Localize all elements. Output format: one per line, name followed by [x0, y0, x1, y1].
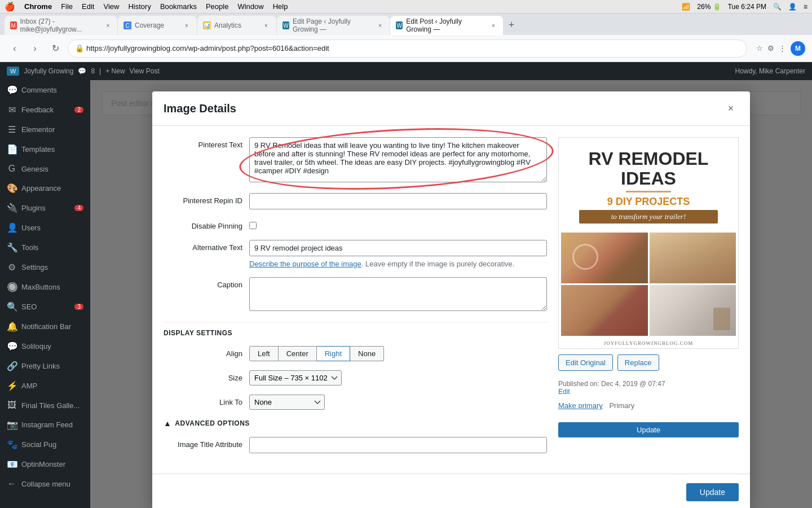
comments-count: 8	[91, 67, 95, 75]
replace-button[interactable]: Replace	[617, 354, 659, 371]
right-update-button[interactable]: Update	[558, 422, 739, 437]
menu-history[interactable]: History	[128, 2, 151, 11]
user-icon[interactable]: 👤	[788, 3, 797, 11]
sidebar-item-optinmonster[interactable]: 📧 OptinMonster	[0, 454, 90, 474]
control-center-icon[interactable]: ≡	[804, 3, 807, 11]
tab-analytics-close[interactable]: ×	[262, 21, 271, 30]
describe-purpose-link[interactable]: Describe the purpose of the image	[249, 260, 361, 268]
sidebar-item-pretty-links[interactable]: 🔗 Pretty Links	[0, 356, 90, 376]
pinterest-repin-id-label: Pinterest Repin ID	[164, 193, 242, 205]
sidebar-item-social-pug[interactable]: 🐾 Social Pug	[0, 435, 90, 454]
sidebar-settings-label: Settings	[21, 263, 48, 271]
comments-icon[interactable]: 💬	[78, 67, 86, 75]
address-icons: ☆ ⚙ ⋮	[756, 44, 786, 52]
sidebar-item-plugins[interactable]: 🔌 Plugins 4	[0, 198, 90, 218]
make-primary-link[interactable]: Make primary	[558, 401, 603, 410]
sidebar-item-instagram[interactable]: 📷 Instagram Feed	[0, 415, 90, 435]
new-tab-button[interactable]: +	[504, 17, 519, 33]
back-button[interactable]: ‹	[7, 41, 23, 56]
elementor-sidebar-icon: ☰	[7, 124, 17, 135]
sidebar-optinmonster-label: OptinMonster	[21, 460, 65, 468]
bookmark-icon[interactable]: ☆	[756, 44, 763, 52]
tab-coverage[interactable]: C Coverage ×	[118, 16, 197, 35]
disable-pinning-checkbox[interactable]	[249, 222, 257, 229]
advanced-options-toggle[interactable]: ▲ ADVANCED OPTIONS	[164, 419, 547, 428]
tab-edit-post-close[interactable]: ×	[489, 21, 497, 30]
edit-published-link[interactable]: Edit	[558, 388, 570, 396]
tab-edit-page[interactable]: W Edit Page ‹ Joyfully Growing — ×	[277, 16, 390, 35]
wp-logo: W	[7, 67, 19, 76]
sidebar-item-soliloquy[interactable]: 💬 Soliloquy	[0, 336, 90, 356]
sidebar-item-appearance[interactable]: 🎨 Appearance	[0, 178, 90, 198]
modal-close-button[interactable]: ×	[723, 100, 739, 116]
menu-people[interactable]: People	[206, 2, 228, 11]
address-input[interactable]: 🔒 https://joyfullygrowingblog.com/wp-adm…	[68, 40, 747, 58]
align-right-button[interactable]: Right	[317, 346, 350, 361]
link-to-select[interactable]: NoneMedia FileAttachment PageCustom URL	[249, 395, 325, 410]
advanced-options-section: ▲ ADVANCED OPTIONS Image Title Attribute	[164, 419, 547, 453]
menu-window[interactable]: Window	[237, 2, 263, 11]
sidebar-item-maxbuttons[interactable]: 🔘 MaxButtons	[0, 277, 90, 297]
chrome-profile-button[interactable]: M	[791, 41, 805, 56]
menu-chrome[interactable]: Chrome	[24, 2, 52, 11]
battery-status: 26% 🔋	[697, 3, 721, 11]
align-none-button[interactable]: None	[350, 346, 384, 361]
menu-file[interactable]: File	[61, 2, 73, 11]
caption-input[interactable]	[249, 277, 547, 311]
site-name[interactable]: Joyfully Growing	[24, 67, 73, 75]
appearance-sidebar-icon: 🎨	[7, 183, 17, 194]
new-post-link[interactable]: + New	[105, 67, 125, 75]
forward-button[interactable]: ›	[27, 41, 43, 56]
sidebar-item-comments[interactable]: 💬 Comments	[0, 80, 90, 100]
tab-edit-page-close[interactable]: ×	[376, 21, 384, 30]
align-left-button[interactable]: Left	[249, 346, 279, 361]
caption-row: Caption	[164, 277, 547, 313]
size-select[interactable]: Full Size – 735 × 1102LargeMediumThumbna…	[249, 370, 342, 386]
sidebar-item-genesis[interactable]: G Genesis	[0, 159, 90, 178]
align-wrapper: Left Center Right None	[249, 346, 547, 361]
tab-bar: M Inbox (27) - mike@joyfullygrow... × C …	[0, 14, 812, 35]
menu-icon[interactable]: ⋮	[779, 44, 786, 52]
pinterest-text-input[interactable]: 9 RV Remodel ideas that will leave you w…	[249, 137, 547, 182]
alt-text-description: Describe the purpose of the image. Leave…	[249, 260, 547, 268]
sidebar-item-templates[interactable]: 📄 Templates	[0, 139, 90, 159]
reload-button[interactable]: ↻	[47, 41, 63, 56]
sidebar-item-settings[interactable]: ⚙ Settings	[0, 257, 90, 277]
size-wrapper: Full Size – 735 × 1102LargeMediumThumbna…	[249, 370, 547, 386]
modal-title: Image Details	[164, 102, 236, 115]
sidebar-item-users[interactable]: 👤 Users	[0, 218, 90, 238]
tab-analytics[interactable]: 📊 Analytics ×	[197, 16, 276, 35]
tab-coverage-close[interactable]: ×	[182, 21, 191, 30]
tab-gmail[interactable]: M Inbox (27) - mike@joyfullygrow... ×	[5, 16, 117, 35]
sidebar-item-final-tiles[interactable]: 🖼 Final Tiles Galle...	[0, 396, 90, 415]
view-post-link[interactable]: View Post	[130, 67, 160, 75]
wp-main: 💬 Comments ✉ Feedback 2 ☰ Elementor 📄 Te…	[0, 80, 812, 508]
coverage-favicon: C	[123, 21, 131, 29]
menu-view[interactable]: View	[103, 2, 119, 11]
sidebar-item-elementor[interactable]: ☰ Elementor	[0, 120, 90, 139]
sidebar-item-seo[interactable]: 🔍 SEO 3	[0, 297, 90, 317]
extension-icon[interactable]: ⚙	[767, 44, 774, 52]
edit-original-button[interactable]: Edit Original	[558, 354, 613, 371]
describe-note: . Leave empty if the image is purely dec…	[361, 260, 515, 268]
link-to-wrapper: NoneMedia FileAttachment PageCustom URL	[249, 395, 547, 410]
update-button[interactable]: Update	[686, 483, 739, 501]
sidebar-item-feedback[interactable]: ✉ Feedback 2	[0, 100, 90, 120]
menu-edit[interactable]: Edit	[82, 2, 94, 11]
sidebar-elementor-label: Elementor	[21, 125, 55, 134]
sidebar-item-tools[interactable]: 🔧 Tools	[0, 238, 90, 257]
tab-edit-post[interactable]: W Edit Post ‹ Joyfully Growing — ×	[390, 16, 503, 35]
spotlight-icon[interactable]: 🔍	[773, 3, 782, 11]
menu-bookmarks[interactable]: Bookmarks	[160, 2, 197, 11]
sidebar-seo-label: SEO	[21, 303, 37, 311]
title-attribute-input[interactable]	[249, 437, 547, 453]
sidebar-item-amp[interactable]: ⚡ AMP	[0, 376, 90, 396]
alt-text-input[interactable]: 9 RV remodel project ideas	[249, 240, 547, 256]
pinterest-repin-id-input[interactable]	[249, 193, 547, 209]
sidebar-item-notification-bar[interactable]: 🔔 Notification Bar	[0, 317, 90, 336]
menu-help[interactable]: Help	[273, 2, 288, 11]
sidebar-item-collapse[interactable]: ← Collapse menu	[0, 474, 90, 493]
tab-gmail-close[interactable]: ×	[104, 21, 112, 30]
divider: |	[99, 67, 101, 75]
align-center-button[interactable]: Center	[279, 346, 317, 361]
